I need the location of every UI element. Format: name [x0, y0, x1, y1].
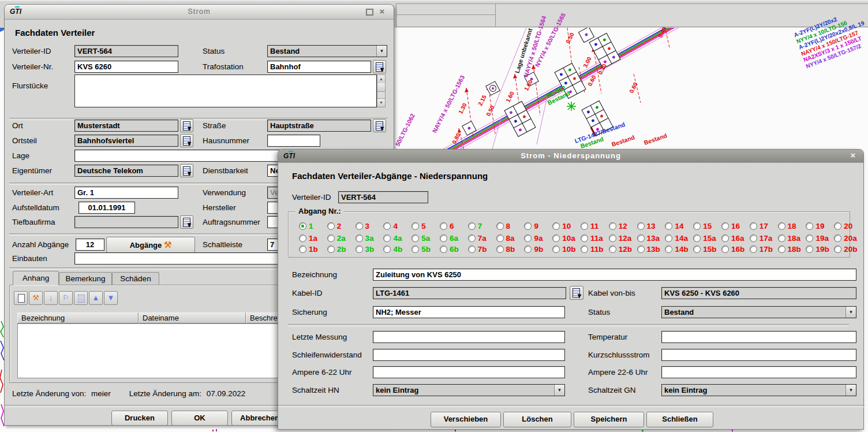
- radio-icon[interactable]: [552, 222, 560, 230]
- chevron-down-icon[interactable]: ▼: [845, 385, 856, 396]
- radio-icon[interactable]: [778, 245, 785, 253]
- abgang-radio-2a[interactable]: 2a: [327, 233, 346, 241]
- tiefbaufirma-field[interactable]: [74, 216, 178, 228]
- abgang-radio-16[interactable]: 16: [721, 221, 740, 229]
- schaltzeit-gn-dropdown[interactable]: kein Eintrag ▼: [661, 384, 856, 396]
- schleifenwiderstand-field[interactable]: [373, 349, 565, 361]
- abgang-radio-8a[interactable]: 8a: [496, 233, 515, 241]
- column-header-dateiname[interactable]: Dateiname: [139, 312, 246, 323]
- radio-icon[interactable]: [440, 222, 447, 230]
- radio-icon[interactable]: [299, 245, 306, 253]
- chevron-down-icon[interactable]: ▼: [845, 307, 856, 318]
- verteiler-id-field[interactable]: [338, 191, 428, 203]
- trafostation-picker-button[interactable]: [373, 60, 386, 73]
- radio-icon[interactable]: [327, 234, 335, 242]
- temperatur-field[interactable]: [661, 331, 856, 343]
- abgang-radio-15a[interactable]: 15a: [693, 233, 716, 241]
- trafostation-field[interactable]: [267, 61, 371, 73]
- abgang-radio-18[interactable]: 18: [778, 221, 796, 229]
- abgang-radio-6a[interactable]: 6a: [440, 233, 458, 241]
- radio-icon[interactable]: [834, 222, 841, 230]
- radio-icon[interactable]: [581, 234, 588, 242]
- strasse-picker-button[interactable]: [373, 119, 386, 132]
- abgang-radio-1a[interactable]: 1a: [299, 233, 317, 241]
- window-niederspannung-titlebar[interactable]: GTI Strom - Niederspannung ×: [278, 150, 863, 163]
- abgang-radio-4a[interactable]: 4a: [383, 233, 402, 241]
- flurstuecke-scrollbar[interactable]: ▲ ▼: [377, 75, 386, 107]
- radio-icon[interactable]: [834, 234, 841, 242]
- abgang-radio-7[interactable]: 7: [468, 221, 482, 229]
- delete-attachment-button[interactable]: [74, 291, 88, 305]
- radio-icon[interactable]: [552, 245, 560, 253]
- abgang-radio-1b[interactable]: 1b: [299, 244, 318, 252]
- sicherung-field[interactable]: [373, 306, 565, 318]
- abgang-radio-17[interactable]: 17: [750, 221, 768, 229]
- abgang-radio-11[interactable]: 11: [581, 221, 598, 229]
- radio-icon[interactable]: [806, 245, 813, 253]
- verschieben-button[interactable]: Verschieben: [431, 412, 501, 427]
- abgang-radio-7a[interactable]: 7a: [468, 233, 487, 241]
- abgang-radio-1[interactable]: 1: [299, 221, 313, 229]
- window-strom-titlebar[interactable]: GTI Strom ×: [5, 5, 394, 20]
- flag-attachment-button[interactable]: ⚐: [59, 291, 73, 305]
- abgang-radio-6b[interactable]: 6b: [440, 244, 459, 252]
- scroll-down-icon[interactable]: ▼: [377, 98, 385, 107]
- radio-icon[interactable]: [299, 222, 306, 230]
- ampere-22-6-field[interactable]: [661, 366, 856, 378]
- ortsteil-field[interactable]: [74, 135, 178, 147]
- radio-icon[interactable]: [327, 245, 335, 253]
- abgang-radio-8[interactable]: 8: [496, 221, 511, 229]
- abgang-radio-14[interactable]: 14: [665, 221, 683, 229]
- abgang-radio-10a[interactable]: 10a: [552, 233, 575, 241]
- eigentuemer-picker-button[interactable]: [180, 164, 193, 177]
- schliessen-button[interactable]: Schließen: [646, 412, 713, 427]
- kabel-von-bis-field[interactable]: [661, 287, 856, 299]
- radio-icon[interactable]: [440, 234, 447, 242]
- radio-icon[interactable]: [665, 245, 672, 253]
- drucken-button[interactable]: Drucken: [111, 411, 168, 426]
- abgang-radio-18a[interactable]: 18a: [778, 233, 801, 241]
- radio-icon[interactable]: [468, 234, 476, 242]
- abgang-radio-3a[interactable]: 3a: [356, 233, 374, 241]
- flurstuecke-textarea[interactable]: [74, 75, 377, 107]
- abgang-radio-12b[interactable]: 12b: [609, 244, 632, 252]
- radio-icon[interactable]: [750, 245, 757, 253]
- move-down-button[interactable]: ▼: [104, 291, 118, 305]
- abgang-radio-5a[interactable]: 5a: [411, 233, 430, 241]
- radio-icon[interactable]: [496, 234, 504, 242]
- abgaenge-button[interactable]: Abgänge ⚒: [106, 237, 195, 253]
- import-attachment-button[interactable]: ↓: [44, 291, 58, 305]
- radio-icon[interactable]: [637, 245, 645, 253]
- radio-icon[interactable]: [721, 245, 729, 253]
- radio-icon[interactable]: [721, 222, 729, 230]
- abgang-radio-11a[interactable]: 11a: [581, 233, 603, 241]
- abgang-radio-16b[interactable]: 16b: [721, 244, 744, 252]
- radio-icon[interactable]: [327, 222, 335, 230]
- tab-anhang[interactable]: Anhang: [13, 271, 59, 285]
- abgang-radio-20b[interactable]: 20b: [834, 244, 857, 252]
- radio-icon[interactable]: [693, 222, 701, 230]
- abgang-radio-14b[interactable]: 14b: [665, 244, 688, 252]
- radio-icon[interactable]: [496, 222, 504, 230]
- ok-button[interactable]: OK: [171, 411, 228, 426]
- abgang-radio-13[interactable]: 13: [637, 221, 656, 229]
- radio-icon[interactable]: [411, 234, 419, 242]
- kurzschlussstrom-field[interactable]: [661, 349, 856, 361]
- radio-icon[interactable]: [609, 222, 616, 230]
- new-attachment-button[interactable]: [14, 291, 28, 305]
- verteiler-art-field[interactable]: [74, 187, 178, 199]
- close-button[interactable]: ×: [377, 7, 387, 16]
- radio-icon[interactable]: [356, 234, 363, 242]
- abgang-radio-10[interactable]: 10: [552, 221, 571, 229]
- abgang-radio-5[interactable]: 5: [411, 221, 426, 229]
- anzahl-abgaenge-field[interactable]: [76, 239, 104, 251]
- radio-icon[interactable]: [665, 222, 672, 230]
- radio-icon[interactable]: [721, 234, 729, 242]
- abgang-radio-3b[interactable]: 3b: [356, 244, 375, 252]
- maximize-button[interactable]: [365, 7, 374, 16]
- radio-icon[interactable]: [496, 245, 504, 253]
- loeschen-button[interactable]: Löschen: [503, 412, 571, 427]
- radio-icon[interactable]: [806, 234, 813, 242]
- abgang-radio-18b[interactable]: 18b: [778, 244, 801, 252]
- abgang-radio-13a[interactable]: 13a: [637, 233, 660, 241]
